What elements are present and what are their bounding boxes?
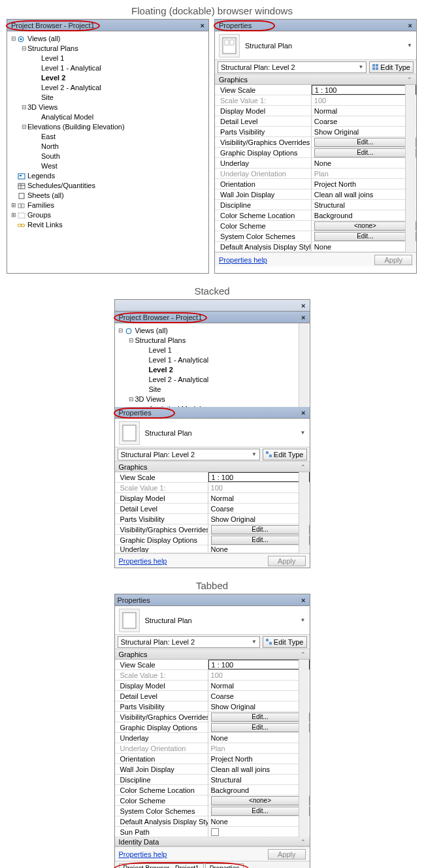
properties-titlebar[interactable]: Properties × <box>115 594 310 606</box>
close-icon[interactable]: × <box>407 22 414 29</box>
prop-color-scheme[interactable]: Color Scheme<none> <box>115 796 310 806</box>
prop-orientation[interactable]: OrientationProject North <box>215 179 416 189</box>
tree-level1[interactable]: Level 1 <box>10 54 206 63</box>
color-scheme-button[interactable]: <none> <box>314 221 416 231</box>
edit-button[interactable]: Edit... <box>211 525 310 534</box>
edit-button[interactable]: Edit... <box>314 232 416 241</box>
prop-view-scale[interactable]: View Scale1 : 100 <box>215 85 416 95</box>
scrollbar[interactable] <box>299 660 309 837</box>
tree-analytical-model[interactable]: Analytical Model <box>10 112 206 122</box>
close-icon[interactable]: × <box>300 409 306 417</box>
tree-root-views[interactable]: ⊟Views (all) <box>10 34 206 44</box>
project-tree[interactable]: ⊟Views (all) ⊟Structural Plans Level 1 L… <box>115 323 310 407</box>
close-icon[interactable]: × <box>300 302 306 310</box>
prop-display-options[interactable]: Graphic Display OptionsEdit... <box>115 722 310 733</box>
prop-vg-overrides[interactable]: Visibility/Graphics OverridesEdit... <box>215 137 416 148</box>
tree-3d-views[interactable]: ⊟3D Views <box>118 394 307 404</box>
project-browser-titlebar[interactable]: Project Browser - Project1 × <box>115 312 310 323</box>
properties-help-link[interactable]: Properties help <box>119 557 167 565</box>
tree-revit-links[interactable]: ·Revit Links <box>10 220 206 230</box>
tab-project-browser[interactable]: Project Browser - Project1 <box>119 863 204 868</box>
prop-display-options[interactable]: Graphic Display OptionsEdit... <box>215 148 416 158</box>
prop-color-loc[interactable]: Color Scheme LocationBackground <box>215 210 416 221</box>
prop-underlay[interactable]: UnderlayNone <box>115 733 310 743</box>
prop-detail-level[interactable]: Detail LevelCoarse <box>215 116 416 127</box>
tree-level2-analytical[interactable]: Level 2 - Analytical <box>118 375 307 385</box>
chevron-down-icon[interactable]: ▼ <box>301 617 306 623</box>
prop-color-scheme[interactable]: Color Scheme<none> <box>215 221 416 231</box>
type-selector-row[interactable]: Structural Plan ▼ <box>215 31 416 60</box>
instance-combo[interactable]: Structural Plan: Level 2▼ <box>218 61 367 73</box>
project-browser-titlebar[interactable]: Project Browser - Project1 × <box>7 20 208 31</box>
tree-structural-plans[interactable]: ⊟Structural Plans <box>10 44 206 54</box>
prop-color-loc[interactable]: Color Scheme LocationBackground <box>115 785 310 796</box>
prop-view-scale[interactable]: View Scale1 : 100 <box>115 660 310 670</box>
prop-underlay[interactable]: UnderlayNone <box>215 158 416 169</box>
properties-titlebar[interactable]: Properties × <box>115 407 310 419</box>
prop-wall-join[interactable]: Wall Join DisplayClean all wall joins <box>215 189 416 200</box>
prop-display-model[interactable]: Display ModelNormal <box>115 681 310 691</box>
tree-sheets[interactable]: ·Sheets (all) <box>10 191 206 201</box>
edit-button[interactable]: Edit... <box>211 713 310 722</box>
tree-root-views[interactable]: ⊟Views (all) <box>118 326 307 336</box>
tree-level2[interactable]: Level 2 <box>10 73 206 83</box>
prop-view-scale[interactable]: View Scale1 : 100 <box>115 472 310 483</box>
prop-display-options[interactable]: Graphic Display OptionsEdit... <box>115 535 310 545</box>
apply-button[interactable]: Apply <box>374 255 412 265</box>
prop-sun-path[interactable]: Sun Path <box>115 827 310 837</box>
prop-discipline[interactable]: DisciplineStructural <box>215 200 416 210</box>
scrollbar[interactable] <box>299 472 309 553</box>
edit-type-button[interactable]: Edit Type <box>263 449 307 460</box>
prop-wall-join[interactable]: Wall Join DisplayClean all wall joins <box>115 764 310 775</box>
prop-orientation[interactable]: OrientationProject North <box>115 754 310 764</box>
group-graphics-header[interactable]: Graphics⌃ <box>115 462 310 472</box>
prop-underlay[interactable]: UnderlayNone <box>115 545 310 553</box>
color-scheme-button[interactable]: <none> <box>211 796 310 805</box>
group-graphics-header[interactable]: Graphics⌃ <box>115 649 310 660</box>
edit-button[interactable]: Edit... <box>314 138 416 147</box>
prop-detail-level[interactable]: Detail LevelCoarse <box>115 504 310 514</box>
tree-groups[interactable]: ⊞Groups <box>10 210 206 220</box>
prop-vg-overrides[interactable]: Visibility/Graphics OverridesEdit... <box>115 524 310 535</box>
edit-button[interactable]: Edit... <box>211 807 310 816</box>
apply-button[interactable]: Apply <box>268 556 306 566</box>
edit-button[interactable]: Edit... <box>211 536 310 545</box>
chevron-down-icon[interactable]: ▼ <box>407 42 412 48</box>
tree-west[interactable]: West <box>10 161 206 171</box>
tree-structural-plans[interactable]: ⊟Structural Plans <box>118 336 307 346</box>
tab-properties[interactable]: Properties <box>205 863 244 868</box>
edit-button[interactable]: Edit... <box>211 723 310 732</box>
tree-south[interactable]: South <box>10 152 206 161</box>
close-icon[interactable]: × <box>300 313 306 321</box>
prop-display-model[interactable]: Display ModelNormal <box>215 106 416 116</box>
properties-help-link[interactable]: Properties help <box>119 850 167 858</box>
tree-north[interactable]: North <box>10 142 206 152</box>
properties-help-link[interactable]: Properties help <box>219 256 267 264</box>
checkbox[interactable] <box>211 828 219 836</box>
tree-analytical-model[interactable]: Analytical Model <box>118 404 307 407</box>
tree-elevations[interactable]: ⊟Elevations (Building Elevation) <box>10 122 206 132</box>
tree-level2[interactable]: Level 2 <box>118 365 307 375</box>
tree-site[interactable]: Site <box>118 385 307 394</box>
prop-detail-level[interactable]: Detail LevelCoarse <box>115 691 310 701</box>
prop-discipline[interactable]: DisciplineStructural <box>115 775 310 785</box>
prop-sys-color[interactable]: System Color SchemesEdit... <box>215 231 416 242</box>
prop-parts-visibility[interactable]: Parts VisibilityShow Original <box>115 701 310 712</box>
edit-type-button[interactable]: Edit Type <box>263 636 307 648</box>
prop-vg-overrides[interactable]: Visibility/Graphics OverridesEdit... <box>115 712 310 722</box>
prop-sys-color[interactable]: System Color SchemesEdit... <box>115 806 310 816</box>
properties-titlebar[interactable]: Properties × <box>215 20 416 31</box>
tree-families[interactable]: ⊞Families <box>10 201 206 210</box>
group-graphics-header[interactable]: Graphics⌃ <box>215 74 416 85</box>
instance-combo[interactable]: Structural Plan: Level 2▼ <box>118 449 260 460</box>
close-icon[interactable]: × <box>199 22 206 29</box>
instance-combo[interactable]: Structural Plan: Level 2▼ <box>118 636 260 648</box>
tree-3d-views[interactable]: ⊟3D Views <box>10 103 206 112</box>
project-tree[interactable]: ⊟Views (all) ⊟Structural Plans Level 1 L… <box>7 31 208 235</box>
prop-display-model[interactable]: Display ModelNormal <box>115 493 310 504</box>
scrollbar[interactable] <box>299 323 309 407</box>
prop-analysis-style[interactable]: Default Analysis Display StyleNone <box>215 242 416 252</box>
chevron-down-icon[interactable]: ▼ <box>301 430 306 436</box>
prop-parts-visibility[interactable]: Parts VisibilityShow Original <box>115 514 310 524</box>
tree-schedules[interactable]: ·Schedules/Quantities <box>10 181 206 191</box>
